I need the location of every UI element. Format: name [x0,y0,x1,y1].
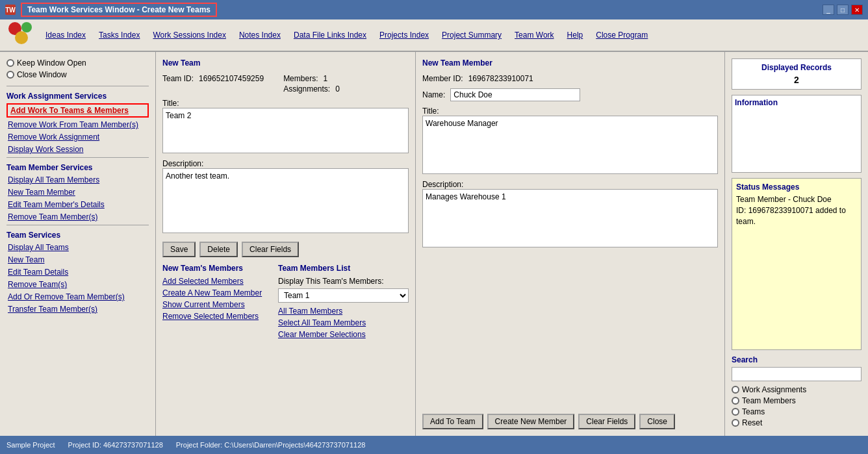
add-to-team-button[interactable]: Add To Team [422,414,483,429]
members-value: 1 [323,74,327,83]
sidebar-item-add-remove-team-members[interactable]: Add Or Remove Team Member(s) [6,292,149,302]
display-team-label: Display This Team's Members: [278,277,409,286]
delete-button[interactable]: Delete [199,242,238,257]
close-member-button[interactable]: Close [639,414,675,429]
search-team-members-label: Team Members [742,396,796,405]
close-button[interactable]: ✕ [851,5,863,15]
menu-project-summary[interactable]: Project Summary [442,31,502,40]
search-work-assignments-label: Work Assignments [742,385,806,394]
show-current-members-link[interactable]: Show Current Members [162,300,273,309]
menu-notes-index[interactable]: Notes Index [239,31,281,40]
sidebar-item-edit-team-details[interactable]: Edit Team Details [6,267,149,277]
clear-member-fields-button[interactable]: Clear Fields [578,414,635,429]
search-work-assignments-radio[interactable] [732,386,739,394]
information-title: Information [735,98,858,107]
sidebar-item-add-work[interactable]: Add Work To Teams & Members [6,103,149,118]
create-new-member-button[interactable]: Create New Member [487,414,575,429]
title-field[interactable]: Team 2 [162,108,409,153]
assignments-label: Assignments: [283,84,330,94]
team-dropdown[interactable]: Team 1 Team 2 [278,288,409,303]
maximize-button[interactable]: □ [837,5,849,15]
displayed-records-title: Displayed Records [736,63,857,72]
close-window-radio[interactable] [6,71,14,79]
search-reset-option[interactable]: Reset [732,418,862,427]
title-field-label: Title: [162,99,409,108]
member-description-field[interactable]: Manages Warehouse 1 [422,189,718,247]
menu-close-program[interactable]: Close Program [596,31,648,40]
member-name-input[interactable] [450,88,580,101]
right-panel: Displayed Records 2 Information Status M… [725,52,868,436]
sidebar-item-display-work-session[interactable]: Display Work Session [6,144,149,155]
search-team-members-option[interactable]: Team Members [732,396,862,405]
menu-data-file-links-index[interactable]: Data File Links Index [294,31,366,40]
title-bar: TW Team Work Services Window - Create Ne… [0,0,868,19]
keep-open-label: Keep Window Open [17,58,86,68]
app-icon: TW [5,5,16,15]
team-members-list-panel: Team Members List Display This Team's Me… [278,264,409,342]
search-reset-radio[interactable] [732,419,739,427]
all-team-members-link[interactable]: All Team Members [278,307,409,316]
sidebar-item-new-team[interactable]: New Team [6,255,149,265]
select-all-members-link[interactable]: Select All Team Members [278,318,409,327]
menu-tasks-index[interactable]: Tasks Index [99,31,140,40]
app-logo [6,21,39,49]
search-teams-label: Teams [742,407,765,416]
member-id-value: 169678233910071 [468,74,533,83]
main-layout: Keep Window Open Close Window Work Assig… [0,52,868,436]
new-teams-members-title: New Team's Members [162,264,273,273]
menu-work-sessions-index[interactable]: Work Sessions Index [153,31,226,40]
member-panel: New Team Member Member ID: 1696782339100… [416,52,725,436]
search-input[interactable] [732,367,862,381]
create-new-team-member-link[interactable]: Create A New Team Member [162,288,273,297]
new-teams-members-panel: New Team's Members Add Selected Members … [162,264,273,342]
save-button[interactable]: Save [162,242,196,257]
member-title-field[interactable]: Warehouse Manager [422,116,718,174]
close-window-option[interactable]: Close Window [6,70,149,79]
search-teams-option[interactable]: Teams [732,407,862,416]
remove-selected-members-link[interactable]: Remove Selected Members [162,312,273,321]
close-window-label: Close Window [17,70,67,79]
sidebar-item-remove-teams[interactable]: Remove Team(s) [6,279,149,290]
team-action-buttons: Save Delete Clear Fields [162,242,409,257]
team-bottom-section: New Team's Members Add Selected Members … [162,264,409,342]
sidebar-item-display-all-members[interactable]: Display All Team Members [6,175,149,185]
search-title: Search [732,355,862,364]
member-title-label: Title: [422,107,718,116]
sidebar-item-remove-work-member[interactable]: Remove Work From Team Member(s) [6,120,149,130]
search-work-assignments-option[interactable]: Work Assignments [732,385,862,394]
status-messages-title: Status Messages [736,183,857,192]
sidebar-item-remove-work-assignment[interactable]: Remove Work Assignment [6,132,149,142]
window-controls: _ □ ✕ [823,5,863,15]
clear-fields-button[interactable]: Clear Fields [242,242,299,257]
menu-projects-index[interactable]: Projects Index [379,31,429,40]
keep-open-radio[interactable] [6,59,14,67]
menu-team-work[interactable]: Team Work [515,31,554,40]
menu-ideas-index[interactable]: Ideas Index [45,31,86,40]
status-project-folder: Project Folder: C:\Users\Darren\Projects… [176,441,366,449]
displayed-records-box: Displayed Records 2 [732,58,862,90]
new-team-member-title: New Team Member [422,58,718,68]
sidebar-item-display-all-teams[interactable]: Display All Teams [6,242,149,253]
description-field[interactable]: Another test team. [162,168,409,233]
sidebar-item-new-team-member[interactable]: New Team Member [6,187,149,197]
member-description-label: Description: [422,180,718,189]
team-members-list-title: Team Members List [278,264,409,273]
team-panel: New Team Team ID: 169652107459259 Member… [156,52,416,436]
window-options: Keep Window Open Close Window [6,58,149,79]
search-team-members-radio[interactable] [732,397,739,405]
team-id-label: Team ID: [162,74,194,83]
keep-window-open-option[interactable]: Keep Window Open [6,58,149,68]
clear-member-selections-link[interactable]: Clear Member Selections [278,330,409,339]
add-selected-members-link[interactable]: Add Selected Members [162,277,273,286]
sidebar-item-edit-member-details[interactable]: Edit Team Member's Details [6,199,149,210]
status-bar: Sample Project Project ID: 4642737370711… [0,436,868,454]
search-section: Search Work Assignments Team Members Tea… [732,355,862,429]
minimize-button[interactable]: _ [823,5,834,15]
search-teams-radio[interactable] [732,408,739,416]
status-project-id: Project ID: 464273737071128 [68,441,163,449]
team-member-services-title: Team Member Services [6,163,149,172]
sidebar-item-transfer-team-members[interactable]: Transfer Team Member(s) [6,304,149,314]
sidebar: Keep Window Open Close Window Work Assig… [0,52,156,436]
menu-help[interactable]: Help [567,31,583,40]
sidebar-item-remove-team-members[interactable]: Remove Team Member(s) [6,212,149,222]
